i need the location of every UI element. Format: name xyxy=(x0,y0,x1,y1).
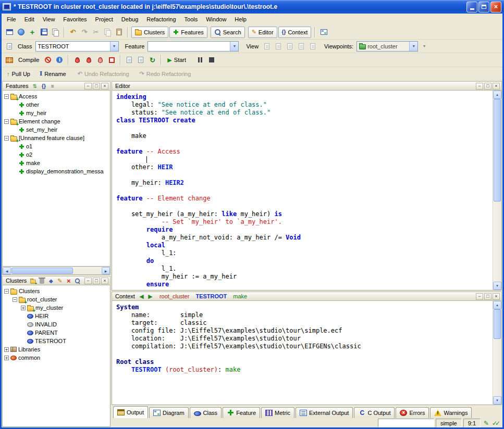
tree-expander-icon[interactable]: + xyxy=(21,306,26,310)
editor-maximize-button[interactable]: □ xyxy=(484,83,491,90)
minimize-button[interactable] xyxy=(466,2,477,12)
tab-external-output[interactable]: External Output xyxy=(296,407,353,418)
tree-expander-icon[interactable]: − xyxy=(4,94,9,99)
features-signature-button[interactable]: {} xyxy=(40,82,47,90)
context-maximize-button[interactable]: □ xyxy=(484,293,491,300)
clusters-panel-header[interactable]: Clusters ◆ ✎ × − □ × xyxy=(2,276,110,285)
feature-combobox[interactable]: ▼ xyxy=(147,41,239,52)
tab-feature[interactable]: Feature xyxy=(223,407,260,418)
find-cluster-button[interactable] xyxy=(73,277,81,284)
open-project-button[interactable] xyxy=(16,27,26,37)
menu-debug[interactable]: Debug xyxy=(117,15,142,24)
add-cluster-button[interactable] xyxy=(29,277,37,284)
clusters-tool-button[interactable]: Clusters xyxy=(131,27,168,38)
delete-cluster-button[interactable]: × xyxy=(65,277,72,284)
tab-warnings[interactable]: Warnings xyxy=(430,407,472,418)
viewpoints-extra-dropdown[interactable]: ▼ xyxy=(419,41,429,52)
finalize-button[interactable] xyxy=(106,55,117,65)
tree-item-make[interactable]: make xyxy=(3,159,110,167)
viewpoints-combobox[interactable]: root_cluster ▼ xyxy=(357,41,418,52)
editor-panel-header[interactable]: Editor − □ × xyxy=(112,81,502,91)
features-sort-button[interactable]: ⇅ xyxy=(31,82,39,90)
clusters-minimize-button[interactable]: − xyxy=(84,277,92,284)
viewpoints-combobox-dropdown[interactable]: ▼ xyxy=(409,42,417,51)
tab-class[interactable]: Class xyxy=(190,407,222,418)
menu-window[interactable]: Window xyxy=(202,15,230,24)
editor-minimize-button[interactable]: − xyxy=(476,83,483,90)
features-tool-button[interactable]: Features xyxy=(169,27,207,38)
quick-melt-button[interactable] xyxy=(83,55,94,65)
editor-code-area[interactable]: indexing legal: "See notice at end of cl… xyxy=(112,91,493,290)
features-tree[interactable]: −Accessothermy_heir−Element changeset_my… xyxy=(2,91,110,267)
undo-refactoring-button[interactable]: ↶ Undo Refactoring xyxy=(75,68,132,80)
breadcrumb-make[interactable]: make xyxy=(233,293,247,299)
context-text-area[interactable]: System name: simple target: classic conf… xyxy=(112,301,493,405)
precompile-button[interactable] xyxy=(124,55,134,65)
paste-button[interactable] xyxy=(114,27,124,37)
menu-view[interactable]: View xyxy=(39,15,59,24)
pause-button[interactable] xyxy=(195,55,205,65)
tree-expander-icon[interactable]: − xyxy=(4,136,9,141)
edit-cluster-button[interactable]: ✎ xyxy=(56,277,64,284)
tree-item-o2[interactable]: o2 xyxy=(3,150,110,159)
rename-button[interactable]: I Rename xyxy=(37,68,69,80)
tree-item-clusters[interactable]: −Clusters xyxy=(3,287,110,295)
tab-metric[interactable]: Metric xyxy=(261,407,294,418)
tree-item-parent[interactable]: PARENT xyxy=(3,329,110,337)
scroll-up-button[interactable]: ▲ xyxy=(493,301,501,309)
breadcrumb-TESTROOT[interactable]: TESTROOT xyxy=(195,293,227,299)
tree-item-display-demonstration-messa[interactable]: display_demonstration_messa xyxy=(3,167,110,175)
context-forward-button[interactable]: ▶ xyxy=(146,293,154,300)
tree-item-testroot[interactable]: TESTROOT xyxy=(3,337,110,345)
menu-tools[interactable]: Tools xyxy=(180,15,202,24)
close-button[interactable]: × xyxy=(490,2,501,12)
class-from-file-button[interactable] xyxy=(4,41,15,52)
tree-item-o1[interactable]: o1 xyxy=(3,142,110,150)
features-hscrollbar[interactable]: ◀ ▶ xyxy=(2,267,110,275)
tree-expander-icon[interactable]: − xyxy=(4,119,9,124)
class-combobox[interactable]: TESTROOT ▼ xyxy=(35,41,119,52)
project-info-button[interactable]: i xyxy=(54,55,65,65)
tree-item-unnamed-feature-clause[interactable]: −[Unnamed feature clause] xyxy=(3,134,110,142)
tab-output[interactable]: Output xyxy=(113,406,148,418)
editor-close-button[interactable]: × xyxy=(493,83,500,90)
cluster-diagram-button[interactable]: ◆ xyxy=(47,277,55,284)
clusters-tree[interactable]: −Clusters−root_cluster+my_clusterHEIRINV… xyxy=(2,285,110,427)
features-maximize-button[interactable]: □ xyxy=(93,83,100,90)
view-text-button[interactable] xyxy=(262,41,272,52)
scroll-down-button[interactable]: ▼ xyxy=(493,396,501,405)
scroll-down-button[interactable]: ▼ xyxy=(493,282,501,290)
context-minimize-button[interactable]: − xyxy=(476,293,483,300)
add-class-button[interactable]: + xyxy=(27,27,38,37)
tree-item-heir[interactable]: HEIR xyxy=(3,312,110,320)
tree-expander-icon[interactable]: − xyxy=(4,289,9,294)
new-window-button[interactable] xyxy=(4,27,15,37)
tab-diagram[interactable]: Diagram xyxy=(149,407,189,418)
tree-expander-icon[interactable]: − xyxy=(13,297,17,302)
title-bar[interactable]: * TESTROOT in cluster root_cluster locat… xyxy=(0,0,504,14)
compile-workbench-button[interactable] xyxy=(136,55,146,65)
freeze-button[interactable] xyxy=(95,55,105,65)
editor-vscrollbar[interactable]: ▲ ▼ xyxy=(493,91,501,290)
tab-errors[interactable]: Errors xyxy=(396,407,429,418)
tree-item-set-my-heir[interactable]: set_my_heir xyxy=(3,125,110,134)
search-tool-button[interactable]: Search xyxy=(211,27,245,38)
scroll-left-button[interactable]: ◀ xyxy=(3,267,11,274)
tree-item-other[interactable]: other xyxy=(3,100,110,109)
menu-project[interactable]: Project xyxy=(91,15,117,24)
tree-item-root-cluster[interactable]: −root_cluster xyxy=(3,295,110,304)
copy-button[interactable] xyxy=(102,27,113,37)
remove-cluster-button[interactable] xyxy=(38,277,46,284)
tree-expander-icon[interactable]: + xyxy=(4,347,9,352)
tab-c-output[interactable]: C Output xyxy=(354,407,395,418)
view-contract-button[interactable] xyxy=(296,41,306,52)
vscroll-thumb[interactable] xyxy=(494,99,501,201)
menu-help[interactable]: Help xyxy=(230,15,251,24)
vscroll-track[interactable] xyxy=(493,309,501,396)
menu-refactoring[interactable]: Refactoring xyxy=(142,15,180,24)
view-interface-button[interactable] xyxy=(308,41,318,52)
refresh-button[interactable]: ↻ xyxy=(147,55,157,65)
context-close-button[interactable]: × xyxy=(493,293,500,300)
class-combobox-dropdown[interactable]: ▼ xyxy=(110,42,118,51)
scroll-up-button[interactable]: ▲ xyxy=(493,91,501,99)
